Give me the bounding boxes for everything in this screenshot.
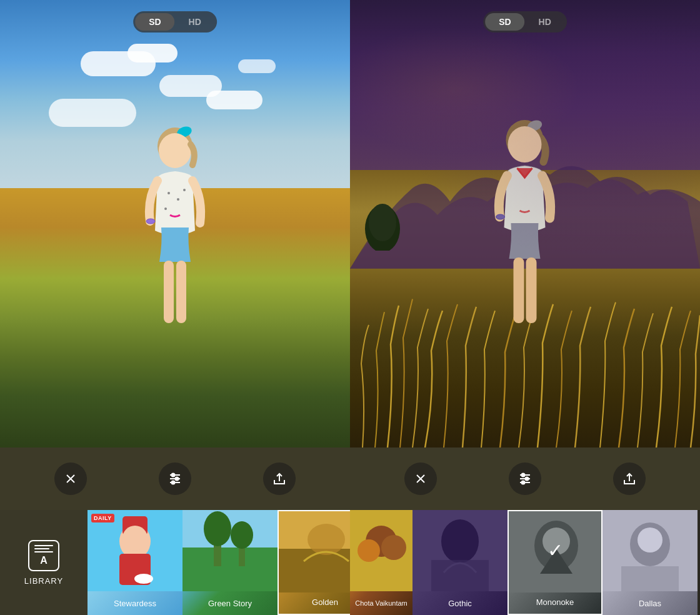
green-story-label: Green Story (182, 591, 278, 615)
right-tree (364, 194, 401, 251)
sliders-icon (168, 471, 182, 486)
share-icon (622, 471, 637, 486)
svg-point-17 (171, 481, 174, 484)
sliders-icon (518, 471, 532, 486)
right-image-area: SD HD (350, 0, 700, 448)
svg-point-27 (204, 511, 231, 546)
svg-point-53 (381, 535, 406, 560)
svg-point-47 (521, 474, 524, 477)
stewardess-thumb: DAILY Stewardess (88, 510, 182, 615)
svg-point-41 (369, 204, 396, 241)
gothic-label: Gothic (412, 591, 508, 615)
svg-point-52 (358, 539, 380, 562)
close-icon (63, 471, 78, 486)
svg-point-6 (183, 189, 186, 191)
svg-rect-8 (176, 261, 186, 323)
left-panel: SD HD (0, 0, 350, 615)
girl-figure-left (119, 118, 231, 381)
style-item-golden[interactable]: Golden (278, 510, 350, 615)
dallas-thumb: Dallas (602, 510, 698, 615)
svg-point-38 (496, 214, 505, 219)
right-share-button[interactable] (613, 462, 646, 495)
right-style-strip: Chota Vaikuntam Gothic (350, 510, 700, 615)
lib-line-1 (34, 545, 53, 546)
mononoke-thumb: ✓ Mononoke (508, 510, 602, 615)
right-toolbar (350, 448, 700, 510)
left-share-button[interactable] (263, 462, 296, 495)
left-quality-toggle[interactable]: SD HD (133, 11, 217, 32)
golden-label: Golden (279, 590, 350, 614)
svg-rect-56 (431, 560, 489, 591)
svg-rect-7 (164, 261, 174, 323)
right-panel: SD HD (350, 0, 700, 615)
left-image-area: SD HD (0, 0, 350, 448)
style-item-gothic[interactable]: Gothic (412, 510, 508, 615)
right-sd-button[interactable]: SD (485, 13, 524, 31)
svg-rect-37 (526, 258, 537, 323)
dallas-image (602, 510, 698, 591)
svg-point-23 (134, 574, 153, 584)
golden-thumb: Golden (278, 510, 350, 615)
svg-point-15 (171, 474, 174, 477)
chota-image (350, 510, 412, 591)
green-story-image (182, 510, 278, 591)
svg-rect-25 (182, 548, 278, 591)
library-lines (34, 545, 53, 552)
style-item-chota[interactable]: Chota Vaikuntam (350, 510, 412, 615)
svg-point-16 (175, 478, 178, 481)
mononoke-label: Mononoke (509, 590, 601, 614)
svg-point-29 (231, 521, 253, 549)
svg-point-2 (159, 133, 191, 168)
svg-point-32 (308, 524, 345, 555)
library-label: LIBRARY (24, 576, 63, 586)
svg-point-3 (168, 192, 170, 194)
style-item-dallas[interactable]: Dallas (602, 510, 698, 615)
chota-label: Chota Vaikuntam (350, 591, 412, 615)
svg-point-62 (638, 528, 662, 552)
svg-point-5 (164, 208, 167, 210)
stewardess-label: Stewardess (88, 591, 182, 615)
left-adjust-button[interactable] (159, 462, 191, 495)
right-quality-toggle[interactable]: SD HD (483, 11, 567, 32)
svg-point-55 (441, 519, 479, 563)
chota-thumb: Chota Vaikuntam (350, 510, 412, 615)
dallas-label: Dallas (602, 591, 698, 615)
selected-checkmark: ✓ (548, 539, 563, 561)
left-sd-button[interactable]: SD (135, 13, 174, 31)
right-adjust-button[interactable] (509, 462, 541, 495)
gothic-image (412, 510, 508, 591)
gothic-thumb: Gothic (412, 510, 508, 615)
style-item-mononoke[interactable]: ✓ Mononoke (508, 510, 602, 615)
golden-image (279, 511, 350, 592)
style-item-green-story[interactable]: Green Story (182, 510, 278, 615)
library-letter: A (40, 555, 48, 566)
left-close-button[interactable] (54, 462, 87, 495)
library-item[interactable]: A LIBRARY (0, 510, 88, 615)
svg-point-49 (521, 481, 524, 484)
svg-point-4 (177, 198, 179, 201)
left-toolbar (0, 448, 350, 510)
style-item-stewardess[interactable]: DAILY Stewardess (88, 510, 182, 615)
lib-line-3 (34, 551, 53, 552)
right-hd-button[interactable]: HD (525, 13, 565, 31)
svg-point-9 (146, 219, 155, 224)
svg-point-48 (525, 478, 528, 481)
left-style-strip: A LIBRARY DAILY Stewardess (0, 510, 350, 615)
girl-figure-right (468, 112, 583, 381)
lib-line-2 (34, 548, 49, 549)
green-story-thumb: Green Story (182, 510, 278, 615)
right-close-button[interactable] (404, 462, 437, 495)
daily-badge: DAILY (91, 514, 114, 522)
close-icon (413, 471, 428, 486)
left-hd-button[interactable]: HD (175, 13, 215, 31)
svg-rect-36 (514, 258, 524, 323)
svg-point-35 (508, 126, 542, 162)
library-icon: A (28, 540, 59, 571)
share-icon (272, 471, 287, 486)
svg-point-22 (122, 526, 148, 551)
svg-rect-63 (621, 566, 679, 591)
